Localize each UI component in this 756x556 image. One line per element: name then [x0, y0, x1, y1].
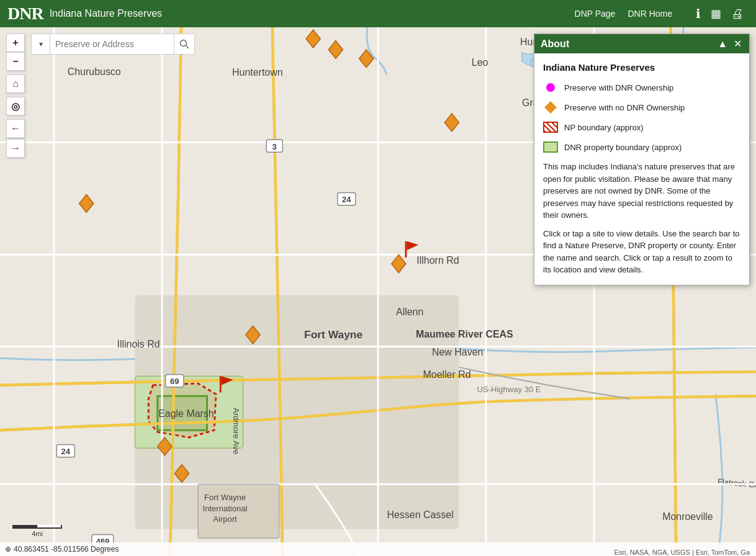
svg-rect-78 [198, 484, 279, 538]
dnr-home-link[interactable]: DNR Home [628, 9, 672, 19]
svg-rect-23 [56, 445, 74, 457]
grid-icon[interactable]: ▦ [711, 7, 721, 20]
about-close-button[interactable]: ✕ [732, 38, 743, 50]
dnr-logo: DNR [7, 4, 43, 24]
home-button[interactable]: ⌂ [6, 74, 25, 93]
attribution-text: Esri, NASA, NGA, USGS | Esri, TomTom, Ga [614, 549, 750, 556]
about-panel-controls: ▲ ✕ [716, 38, 743, 50]
svg-line-83 [186, 46, 189, 49]
forward-button[interactable]: → [6, 139, 25, 158]
zoom-out-button[interactable]: − [6, 52, 25, 71]
about-description-1: This map includes Indiana's nature prese… [543, 161, 740, 222]
zoom-in-button[interactable]: + [6, 34, 25, 52]
legend-item-np-boundary: NP boundary (approx) [543, 120, 740, 135]
legend-label-dnr-ownership: Preserve with DNR Ownership [564, 83, 673, 92]
coords-prefix: ⊕ [5, 545, 11, 554]
legend-item-dnr-boundary: DNR property boundary (approx) [543, 140, 740, 155]
print-icon[interactable]: 🖨 [731, 7, 744, 21]
about-panel-subtitle: Indiana Nature Preserves [543, 62, 740, 73]
search-button[interactable] [174, 34, 195, 55]
about-panel-header: About ▲ ✕ [534, 34, 749, 53]
coords-value: 40.863451 -85.011566 Degrees [14, 545, 119, 554]
search-icon [179, 39, 189, 49]
search-dropdown-button[interactable]: ▾ [31, 34, 50, 55]
search-bar: ▾ [31, 34, 195, 55]
legend-item-no-dnr-ownership: Preserve with no DNR Ownership [543, 100, 740, 115]
legend-icon-np-boundary [543, 120, 558, 135]
about-collapse-button[interactable]: ▲ [716, 38, 729, 50]
info-icon[interactable]: ℹ [696, 6, 701, 21]
svg-rect-21 [338, 193, 356, 205]
legend-label-np-boundary: NP boundary (approx) [564, 123, 644, 132]
legend-label-no-dnr-ownership: Preserve with no DNR Ownership [564, 103, 685, 112]
legend-item-dnr-ownership: Preserve with DNR Ownership [543, 80, 740, 95]
scale-bar: 4mi [12, 525, 62, 537]
svg-rect-75 [220, 376, 222, 392]
svg-rect-73 [405, 241, 407, 258]
nav-links: DNP Page DNR Home [569, 9, 678, 19]
about-panel-content: Indiana Nature Preserves Preserve with D… [534, 53, 749, 285]
svg-rect-8 [158, 396, 207, 430]
about-panel-title: About [541, 38, 569, 50]
dnp-page-link[interactable]: DNP Page [575, 9, 616, 19]
svg-rect-19 [266, 140, 282, 152]
about-panel: About ▲ ✕ Indiana Nature Preserves Prese… [534, 34, 750, 285]
app-header: DNR Indiana Nature Preserves DNP Page DN… [0, 0, 756, 27]
legend-icon-dnr-boundary [543, 140, 558, 155]
about-description-2: Click or tap a site to view details. Use… [543, 228, 740, 276]
legend-label-dnr-boundary: DNR property boundary (approx) [564, 143, 682, 152]
back-button[interactable]: ← [6, 119, 25, 138]
legend-icon-no-dnr-ownership [543, 100, 558, 115]
map-container[interactable]: Cedar Creek Maumee River Flatrock Creek … [0, 27, 756, 556]
svg-point-82 [181, 40, 187, 47]
header-icons: ℹ ▦ 🖨 [691, 6, 749, 21]
map-controls: + − ⌂ ◎ ← → [6, 34, 25, 158]
app-title: Indiana Nature Preserves [50, 8, 162, 19]
search-input[interactable] [50, 34, 174, 55]
locate-button[interactable]: ◎ [6, 97, 25, 115]
svg-rect-27 [166, 374, 184, 387]
scale-label: 4mi [12, 530, 62, 537]
legend-icon-dnr-ownership [543, 80, 558, 95]
